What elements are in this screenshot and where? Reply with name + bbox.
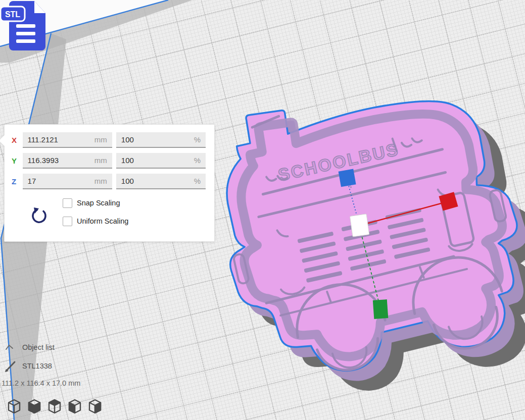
scale-handle-green[interactable] bbox=[373, 299, 389, 319]
axis-z-label: Z bbox=[12, 177, 23, 186]
scale-handle-blue[interactable] bbox=[339, 169, 356, 187]
uniform-scaling-label: Uniform Scaling bbox=[77, 217, 128, 225]
x-size-input[interactable]: 111.2121 mm bbox=[23, 132, 112, 148]
document-lines bbox=[16, 24, 35, 43]
scale-row-z: Z 17 mm 100 % bbox=[12, 174, 210, 189]
view-left-icon[interactable] bbox=[69, 400, 80, 413]
model-dimensions-label: 111.2 x 116.4 x 17.0 mm bbox=[2, 379, 80, 387]
snap-scaling-row: Snap Scaling bbox=[63, 197, 210, 208]
view-front-icon[interactable] bbox=[29, 400, 40, 413]
chevron-up-icon bbox=[5, 344, 14, 351]
scale-handle-center[interactable] bbox=[350, 214, 369, 237]
z-size-input[interactable]: 17 mm bbox=[23, 174, 112, 189]
scale-row-x: X 111.2121 mm 100 % bbox=[12, 132, 210, 148]
stl-file-icon: STL bbox=[0, 0, 51, 52]
object-list-label: Object list bbox=[22, 343, 55, 351]
view-3d-icon[interactable] bbox=[9, 400, 20, 413]
view-right-icon[interactable] bbox=[89, 400, 101, 413]
snap-scaling-label: Snap Scaling bbox=[77, 199, 120, 207]
snap-scaling-checkbox[interactable] bbox=[63, 198, 72, 208]
axis-x-label: X bbox=[12, 136, 23, 144]
scale-tool-panel: X 111.2121 mm 100 % Y 116.3993 mm 100 % … bbox=[4, 124, 215, 242]
object-name-label: STL1338 bbox=[22, 362, 52, 370]
scale-row-y: Y 116.3993 mm 100 % bbox=[12, 153, 210, 169]
pencil-icon bbox=[4, 359, 17, 373]
reset-scale-button[interactable] bbox=[31, 206, 49, 225]
x-percent-input[interactable]: 100 % bbox=[116, 132, 206, 148]
slicer-viewport: SCHOOLBUS STL X 111.2121 bbox=[0, 0, 525, 420]
view-preset-toolbar bbox=[4, 397, 108, 416]
y-percent-input[interactable]: 100 % bbox=[116, 153, 206, 169]
selected-object-row[interactable]: STL1338 bbox=[4, 359, 52, 373]
stl-badge-label: STL bbox=[5, 10, 20, 19]
view-top-icon[interactable] bbox=[49, 400, 60, 413]
uniform-scaling-row: Uniform Scaling bbox=[63, 216, 210, 227]
y-size-input[interactable]: 116.3993 mm bbox=[23, 153, 112, 169]
object-list-toggle[interactable]: Object list bbox=[5, 343, 55, 351]
z-percent-input[interactable]: 100 % bbox=[116, 174, 206, 189]
uniform-scaling-checkbox[interactable] bbox=[63, 217, 72, 226]
document-fold bbox=[34, 1, 45, 13]
axis-y-label: Y bbox=[12, 156, 23, 165]
